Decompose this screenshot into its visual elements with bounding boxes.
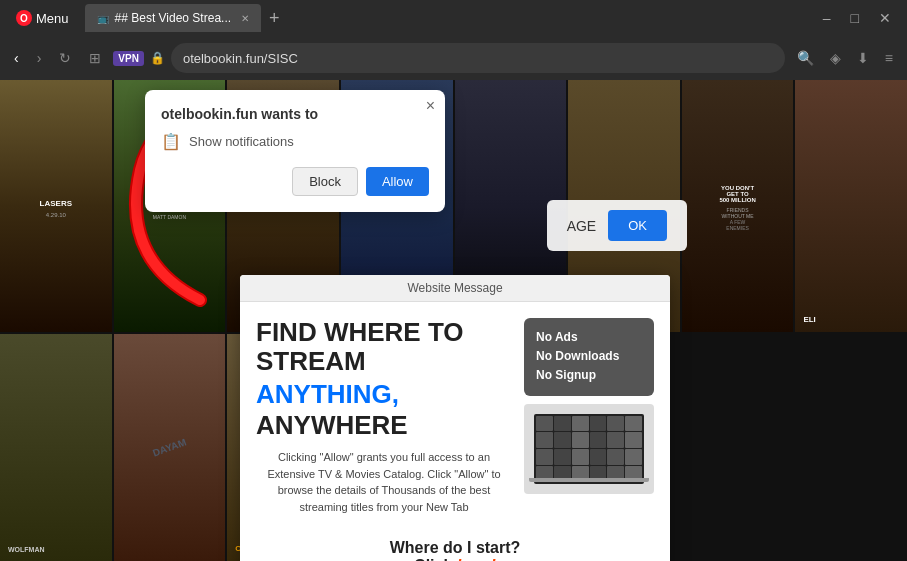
- dialog-close-button[interactable]: ×: [426, 98, 435, 114]
- website-message-header: Website Message: [240, 275, 670, 302]
- stream-title: FIND WHERE TO STREAM: [256, 318, 512, 375]
- tabs-area: 📺 ## Best Video Strea... ✕ +: [85, 4, 815, 32]
- anywhere-text: ANYWHERE: [256, 410, 408, 440]
- badge-line-1: No Ads: [536, 328, 642, 347]
- window-controls: – □ ✕: [815, 6, 899, 30]
- permission-label: Show notifications: [189, 134, 294, 149]
- laptop-graphic: [524, 404, 654, 494]
- notification-permission-row: 📋 Show notifications: [161, 132, 429, 151]
- tab-title: ## Best Video Strea...: [115, 11, 232, 25]
- badge-line-3: No Signup: [536, 366, 642, 385]
- ok-dialog: AGE OK: [547, 200, 687, 251]
- message-right: No Ads No Downloads No Signup: [524, 318, 654, 515]
- page-content: LASERS 4.29.10 GREENZONE MATT DAMON DATE…: [0, 80, 907, 561]
- maximize-button[interactable]: □: [843, 6, 867, 30]
- anything-text: ANYTHING,: [256, 379, 399, 409]
- movie-poster: DAYAM: [114, 334, 226, 561]
- movie-poster: YOU DON'TGET TO500 MILLION FRIENDS WITHO…: [682, 80, 794, 332]
- here-link[interactable]: here!: [457, 557, 496, 561]
- dialog-buttons: Block Allow: [161, 167, 429, 196]
- message-description: Clicking "Allow" grants you full access …: [256, 449, 512, 515]
- close-window-button[interactable]: ✕: [871, 6, 899, 30]
- website-message-popup: Website Message FIND WHERE TO STREAM ANY…: [240, 275, 670, 561]
- url-text: otelbookin.fun/SISC: [183, 51, 298, 66]
- notification-dialog: × otelbookin.fun wants to 📋 Show notific…: [145, 90, 445, 212]
- message-left: FIND WHERE TO STREAM ANYTHING, ANYWHERE …: [256, 318, 512, 515]
- stream-subtitle: ANYTHING, ANYWHERE: [256, 379, 512, 441]
- no-ads-badge: No Ads No Downloads No Signup: [524, 318, 654, 396]
- movie-poster: WOLFMAN: [0, 334, 112, 561]
- download-icon[interactable]: ⬇: [851, 46, 875, 70]
- tab-favicon: 📺: [97, 13, 109, 24]
- cta-text: Click: [414, 557, 457, 561]
- forward-button[interactable]: ›: [31, 46, 48, 70]
- notification-icon: 📋: [161, 132, 181, 151]
- wallet-icon[interactable]: ◈: [824, 46, 847, 70]
- age-text: AGE: [567, 218, 597, 234]
- reload-button[interactable]: ↻: [53, 46, 77, 70]
- vpn-badge[interactable]: VPN: [113, 51, 144, 66]
- cta-prefix: Where do I start?: [390, 539, 521, 556]
- opera-logo: O: [16, 10, 32, 26]
- tab-close-button[interactable]: ✕: [241, 13, 249, 24]
- title-bar: O Menu 📺 ## Best Video Strea... ✕ + – □ …: [0, 0, 907, 36]
- dialog-title: otelbookin.fun wants to: [161, 106, 429, 122]
- menu-button[interactable]: O Menu: [8, 6, 77, 30]
- lock-icon: 🔒: [150, 51, 165, 65]
- block-button[interactable]: Block: [292, 167, 358, 196]
- back-button[interactable]: ‹: [8, 46, 25, 70]
- menu-label: Menu: [36, 11, 69, 26]
- movie-poster: LASERS 4.29.10: [0, 80, 112, 332]
- laptop-screen: [534, 414, 644, 484]
- right-nav-icons: 🔍 ◈ ⬇ ≡: [791, 46, 899, 70]
- search-icon[interactable]: 🔍: [791, 46, 820, 70]
- address-bar[interactable]: otelbookin.fun/SISC: [171, 43, 785, 73]
- movie-poster: ELI: [795, 80, 907, 332]
- nav-bar: ‹ › ↻ ⊞ VPN 🔒 otelbookin.fun/SISC 🔍 ◈ ⬇ …: [0, 36, 907, 80]
- laptop-base: [529, 478, 649, 482]
- new-tab-button[interactable]: +: [261, 8, 288, 29]
- ok-button[interactable]: OK: [608, 210, 667, 241]
- browser-chrome: O Menu 📺 ## Best Video Strea... ✕ + – □ …: [0, 0, 907, 80]
- badge-line-2: No Downloads: [536, 347, 642, 366]
- tab-overview-button[interactable]: ⊞: [83, 46, 107, 70]
- tab-active[interactable]: 📺 ## Best Video Strea... ✕: [85, 4, 262, 32]
- minimize-button[interactable]: –: [815, 6, 839, 30]
- allow-button[interactable]: Allow: [366, 167, 429, 196]
- message-body: FIND WHERE TO STREAM ANYTHING, ANYWHERE …: [240, 302, 670, 531]
- message-bottom: Where do I start? Click here!: [240, 531, 670, 561]
- sidebar-menu-icon[interactable]: ≡: [879, 46, 899, 70]
